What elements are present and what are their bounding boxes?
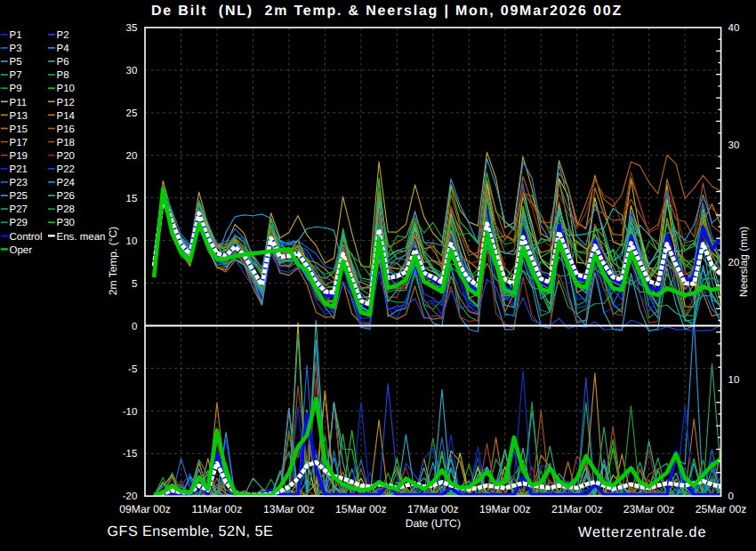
svg-text:P28: P28 — [57, 204, 75, 215]
svg-text:40: 40 — [728, 23, 740, 34]
svg-text:GFS Ensemble, 52N, 5E: GFS Ensemble, 52N, 5E — [108, 523, 274, 539]
svg-text:P8: P8 — [57, 70, 69, 81]
svg-text:Ens. mean: Ens. mean — [57, 232, 106, 243]
svg-text:21Mar 00z: 21Mar 00z — [551, 503, 603, 515]
svg-text:P15: P15 — [10, 124, 28, 135]
svg-text:Date (UTC): Date (UTC) — [406, 517, 461, 530]
svg-text:2m Temp. (°C): 2m Temp. (°C) — [107, 227, 119, 295]
svg-text:P19: P19 — [10, 151, 28, 162]
svg-text:P5: P5 — [10, 57, 22, 68]
svg-text:11Mar 00z: 11Mar 00z — [192, 503, 243, 515]
svg-text:17Mar 00z: 17Mar 00z — [407, 503, 459, 515]
svg-text:P16: P16 — [57, 124, 75, 135]
svg-text:P11: P11 — [10, 98, 28, 108]
svg-text:P24: P24 — [57, 178, 76, 188]
svg-text:P4: P4 — [57, 44, 70, 54]
svg-text:P25: P25 — [10, 191, 28, 202]
svg-text:-10: -10 — [123, 407, 138, 418]
svg-text:5: 5 — [132, 279, 137, 290]
svg-text:P20: P20 — [57, 151, 75, 162]
svg-text:P7: P7 — [10, 70, 22, 81]
svg-text:P6: P6 — [57, 57, 69, 68]
svg-text:P2: P2 — [57, 30, 69, 41]
svg-text:P12: P12 — [57, 98, 75, 108]
svg-text:25Mar 00z: 25Mar 00z — [696, 503, 747, 515]
svg-text:P1: P1 — [10, 30, 22, 41]
svg-text:30: 30 — [728, 140, 740, 151]
svg-text:P30: P30 — [57, 218, 75, 228]
svg-text:P29: P29 — [10, 218, 28, 228]
svg-text:15: 15 — [126, 194, 138, 204]
svg-text:13Mar 00z: 13Mar 00z — [263, 503, 315, 515]
svg-text:-15: -15 — [123, 449, 138, 459]
svg-text:P9: P9 — [10, 84, 22, 94]
svg-text:19Mar 00z: 19Mar 00z — [479, 503, 531, 515]
svg-text:09Mar 00z: 09Mar 00z — [119, 503, 171, 515]
svg-text:P21: P21 — [10, 164, 28, 175]
svg-text:P22: P22 — [57, 164, 75, 175]
svg-text:P17: P17 — [10, 138, 28, 148]
svg-text:P14: P14 — [57, 111, 76, 122]
svg-text:P18: P18 — [57, 138, 75, 148]
svg-text:P27: P27 — [10, 204, 28, 215]
svg-text:P26: P26 — [57, 191, 75, 202]
svg-text:Wetterzentrale.de: Wetterzentrale.de — [578, 524, 706, 540]
svg-text:De Bilt (NL) 2m Temp. & Neer: De Bilt (NL) 2m Temp. & Neerslag | Mon, … — [151, 4, 623, 19]
svg-text:20: 20 — [126, 151, 138, 162]
svg-text:10: 10 — [126, 236, 138, 247]
svg-text:10: 10 — [728, 375, 740, 386]
svg-text:0: 0 — [132, 322, 137, 332]
svg-text:-5: -5 — [128, 364, 137, 375]
svg-text:P23: P23 — [10, 178, 28, 188]
svg-text:Neerslag (mm): Neerslag (mm) — [737, 227, 750, 297]
svg-text:35: 35 — [126, 23, 138, 34]
svg-text:-20: -20 — [123, 491, 138, 502]
svg-text:P3: P3 — [10, 44, 22, 54]
svg-text:Oper: Oper — [10, 245, 33, 256]
svg-text:15Mar 00z: 15Mar 00z — [335, 503, 387, 515]
svg-text:0: 0 — [728, 491, 734, 502]
svg-text:25: 25 — [126, 108, 138, 119]
svg-text:P13: P13 — [10, 111, 28, 122]
svg-text:30: 30 — [126, 66, 138, 76]
svg-text:Control: Control — [10, 232, 43, 243]
svg-text:P10: P10 — [57, 84, 75, 94]
svg-text:23Mar 00z: 23Mar 00z — [623, 503, 675, 515]
